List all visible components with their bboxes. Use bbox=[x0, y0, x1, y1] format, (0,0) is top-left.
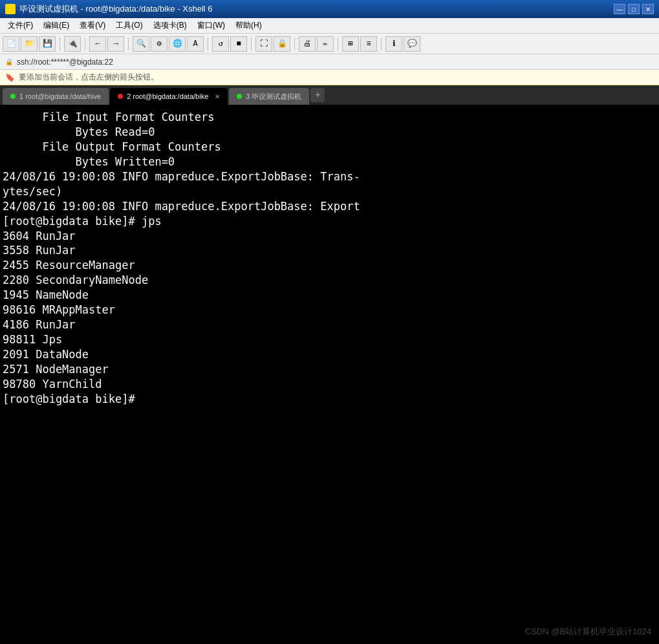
tab-2-dot bbox=[118, 94, 123, 99]
edit2-button[interactable]: ✏ bbox=[317, 36, 334, 52]
font-button[interactable]: A bbox=[187, 36, 204, 52]
toolbar-group-4: 🔍 ⚙ 🌐 A bbox=[133, 36, 204, 52]
window-controls[interactable]: — □ ✕ bbox=[614, 4, 654, 14]
close-button[interactable]: ✕ bbox=[642, 4, 654, 14]
toolbar-group-5: ↺ ■ bbox=[212, 36, 247, 52]
nav-forward-button[interactable]: → bbox=[107, 36, 124, 52]
toolbar-group-1: 📄 📁 💾 bbox=[3, 36, 56, 52]
toolbar-sep-3 bbox=[128, 38, 129, 50]
title-bar: 毕设测试虚拟机 - root@bigdata:/data/bike - Xshe… bbox=[0, 0, 659, 18]
grid-button[interactable]: ≡ bbox=[360, 36, 377, 52]
tabs-bar: 1 root@bigdata:/data/hive 2 root@bigdata… bbox=[0, 85, 659, 105]
toolbar-group-2: 🔌 bbox=[64, 36, 81, 52]
tab-3-label: 3 毕设测试虚拟机 bbox=[246, 92, 301, 102]
tab-2-label: 2 root@bigdata:/data/bike bbox=[127, 92, 208, 100]
toolbar-group-7: 🖨 ✏ bbox=[299, 36, 334, 52]
new-tab-button[interactable]: + bbox=[310, 88, 325, 102]
address-text: ssh://root:******@bigdata:22 bbox=[17, 58, 113, 67]
menu-window[interactable]: 窗口(W) bbox=[192, 19, 230, 32]
globe-button[interactable]: 🌐 bbox=[169, 36, 186, 52]
chat-button[interactable]: 💬 bbox=[404, 36, 420, 52]
toolbar-sep-1 bbox=[59, 38, 60, 50]
tab-2[interactable]: 2 root@bigdata:/data/bike ✕ bbox=[110, 88, 228, 105]
toolbar-sep-6 bbox=[294, 38, 295, 50]
title-text: 毕设测试虚拟机 - root@bigdata:/data/bike - Xshe… bbox=[19, 3, 614, 15]
tab-1-dot bbox=[10, 94, 16, 99]
watermark: CSDN @B站计算机毕业设计1024 bbox=[525, 626, 651, 638]
menu-help[interactable]: 帮助(H) bbox=[230, 19, 267, 32]
toolbar-group-8: ⊞ ≡ bbox=[342, 36, 377, 52]
menu-view[interactable]: 查看(V) bbox=[74, 19, 111, 32]
tab-3-dot bbox=[237, 94, 242, 99]
new-session-button[interactable]: 📄 bbox=[3, 36, 19, 52]
info-bar: 🔖 要添加当前会话，点击左侧的箭头按钮。 bbox=[0, 70, 659, 85]
menu-tools[interactable]: 工具(O) bbox=[111, 19, 147, 32]
save-button[interactable]: 💾 bbox=[39, 36, 56, 52]
toolbar-group-6: ⛶ 🔒 bbox=[255, 36, 290, 52]
zoom-button[interactable]: 🔍 bbox=[133, 36, 149, 52]
menu-file[interactable]: 文件(F) bbox=[3, 19, 38, 32]
config-button[interactable]: ⚙ bbox=[151, 36, 167, 52]
bookmark-icon: 🔖 bbox=[5, 73, 15, 82]
address-bar: 🔒 ssh://root:******@bigdata:22 bbox=[0, 54, 659, 70]
tab-2-close[interactable]: ✕ bbox=[215, 93, 220, 100]
menu-bar: 文件(F) 编辑(E) 查看(V) 工具(O) 选项卡(B) 窗口(W) 帮助(… bbox=[0, 18, 659, 34]
lock-icon: 🔒 bbox=[5, 58, 13, 65]
app-icon bbox=[5, 4, 16, 14]
toolbar-group-3: ← → bbox=[89, 36, 124, 52]
toolbar-sep-7 bbox=[338, 38, 338, 50]
menu-edit[interactable]: 编辑(E) bbox=[38, 19, 74, 32]
connect-button[interactable]: 🔌 bbox=[64, 36, 81, 52]
toolbar-sep-4 bbox=[208, 38, 208, 50]
refresh-button[interactable]: ↺ bbox=[212, 36, 229, 52]
stop-button[interactable]: ■ bbox=[230, 36, 247, 52]
terminal-content: File Input Format Counters Bytes Read=0 … bbox=[3, 110, 659, 407]
menu-tabs[interactable]: 选项卡(B) bbox=[148, 19, 192, 32]
nav-back-button[interactable]: ← bbox=[89, 36, 106, 52]
layout-button[interactable]: ⊞ bbox=[342, 36, 359, 52]
info-text: 要添加当前会话，点击左侧的箭头按钮。 bbox=[19, 72, 158, 83]
terminal[interactable]: File Input Format Counters Bytes Read=0 … bbox=[0, 105, 659, 644]
info-button[interactable]: ℹ bbox=[385, 36, 402, 52]
tab-1-label: 1 root@bigdata:/data/hive bbox=[19, 92, 101, 100]
minimize-button[interactable]: — bbox=[614, 4, 625, 14]
toolbar-sep-2 bbox=[85, 38, 85, 50]
toolbar-sep-8 bbox=[381, 38, 382, 50]
lock-button[interactable]: 🔒 bbox=[274, 36, 290, 52]
maximize-button[interactable]: □ bbox=[628, 4, 640, 14]
toolbar-group-9: ℹ 💬 bbox=[385, 36, 420, 52]
open-button[interactable]: 📁 bbox=[21, 36, 38, 52]
print-button[interactable]: 🖨 bbox=[299, 36, 316, 52]
tab-3[interactable]: 3 毕设测试虚拟机 bbox=[229, 88, 309, 105]
toolbar-sep-5 bbox=[251, 38, 252, 50]
fullscreen-button[interactable]: ⛶ bbox=[255, 36, 272, 52]
tab-1[interactable]: 1 root@bigdata:/data/hive bbox=[3, 88, 109, 105]
toolbar: 📄 📁 💾 🔌 ← → 🔍 ⚙ 🌐 A ↺ ■ ⛶ 🔒 🖨 ✏ ⊞ ≡ ℹ 💬 bbox=[0, 34, 659, 54]
